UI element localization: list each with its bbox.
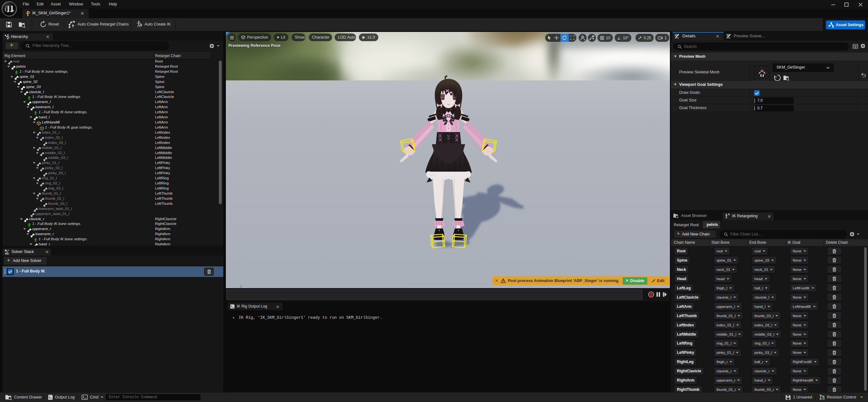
svg-text:Z: Z — [240, 285, 242, 287]
